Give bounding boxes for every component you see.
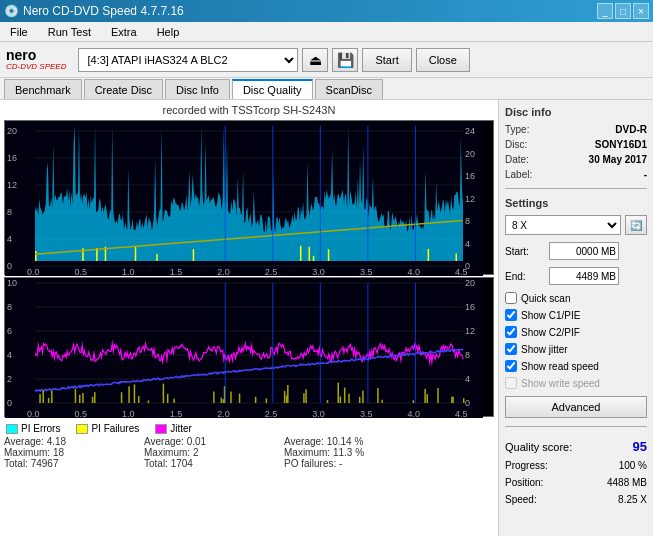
show-c1pie-checkbox[interactable] [505, 309, 517, 321]
pi-failures-total: Total: 1704 [144, 458, 274, 469]
jitter-label: Jitter [170, 423, 192, 434]
legend-jitter: Jitter [155, 423, 192, 434]
legend-pi-failures: PI Failures [76, 423, 139, 434]
start-button[interactable]: Start [362, 48, 411, 72]
position-row: Position: 4488 MB [505, 477, 647, 488]
disc-type-value: DVD-R [615, 124, 647, 135]
pi-failures-stats: Average: 0.01 Maximum: 2 Total: 1704 [144, 436, 274, 469]
start-row: Start: [505, 242, 647, 260]
tab-create-disc[interactable]: Create Disc [84, 79, 163, 99]
jitter-stats: Average: 10.14 % Maximum: 11.3 % PO fail… [284, 436, 414, 469]
speed-status-value: 8.25 X [618, 494, 647, 505]
speed-status-row: Speed: 8.25 X [505, 494, 647, 505]
menu-extra[interactable]: Extra [105, 24, 143, 40]
title-bar: 💿 Nero CD-DVD Speed 4.7.7.16 _ □ × [0, 0, 653, 22]
show-write-speed-row: Show write speed [505, 377, 647, 389]
po-failures: PO failures: - [284, 458, 414, 469]
progress-label: Progress: [505, 460, 548, 471]
show-c2pif-checkbox[interactable] [505, 326, 517, 338]
jitter-avg: Average: 10.14 % [284, 436, 414, 447]
show-jitter-checkbox[interactable] [505, 343, 517, 355]
tab-benchmark[interactable]: Benchmark [4, 79, 82, 99]
disc-disc-row: Disc: SONY16D1 [505, 139, 647, 150]
app-title: Nero CD-DVD Speed 4.7.7.16 [23, 4, 184, 18]
pi-errors-color [6, 424, 18, 434]
disc-label-row: Label: - [505, 169, 647, 180]
pi-errors-max: Maximum: 18 [4, 447, 134, 458]
speed-row: 8 X 🔄 [505, 215, 647, 235]
save-icon-button[interactable]: 💾 [332, 48, 358, 72]
progress-value: 100 % [619, 460, 647, 471]
show-c1pie-row: Show C1/PIE [505, 309, 647, 321]
eject-icon-button[interactable]: ⏏ [302, 48, 328, 72]
disc-type-label: Type: [505, 124, 529, 135]
jitter-color [155, 424, 167, 434]
show-write-speed-label: Show write speed [521, 378, 600, 389]
pi-failures-max: Maximum: 2 [144, 447, 274, 458]
speed-icon-button[interactable]: 🔄 [625, 215, 647, 235]
disc-type-row: Type: DVD-R [505, 124, 647, 135]
disc-date-label: Date: [505, 154, 529, 165]
show-c1pie-label: Show C1/PIE [521, 310, 580, 321]
speed-selector[interactable]: 8 X [505, 215, 621, 235]
title-bar-left: 💿 Nero CD-DVD Speed 4.7.7.16 [4, 4, 184, 18]
pi-failures-color [76, 424, 88, 434]
quality-score-label: Quality score: [505, 441, 572, 453]
end-input[interactable] [549, 267, 619, 285]
right-panel: Disc info Type: DVD-R Disc: SONY16D1 Dat… [498, 100, 653, 536]
bottom-chart [4, 277, 494, 417]
close-main-button[interactable]: Close [416, 48, 470, 72]
end-row: End: [505, 267, 647, 285]
show-write-speed-checkbox[interactable] [505, 377, 517, 389]
quick-scan-label: Quick scan [521, 293, 570, 304]
chart-area: recorded with TSSTcorp SH-S243N PI Error… [0, 100, 498, 536]
disc-disc-value: SONY16D1 [595, 139, 647, 150]
settings-title: Settings [505, 197, 647, 209]
start-input[interactable] [549, 242, 619, 260]
disc-label-label: Label: [505, 169, 532, 180]
maximize-button[interactable]: □ [615, 3, 631, 19]
pi-failures-label: PI Failures [91, 423, 139, 434]
speed-status-label: Speed: [505, 494, 537, 505]
show-read-speed-row: Show read speed [505, 360, 647, 372]
menu-help[interactable]: Help [151, 24, 186, 40]
show-read-speed-checkbox[interactable] [505, 360, 517, 372]
disc-label-value: - [644, 169, 647, 180]
tab-disc-info[interactable]: Disc Info [165, 79, 230, 99]
start-label: Start: [505, 246, 545, 257]
quality-score-value: 95 [633, 439, 647, 454]
top-chart [4, 120, 494, 275]
quality-row: Quality score: 95 [505, 439, 647, 454]
show-c2pif-label: Show C2/PIF [521, 327, 580, 338]
show-jitter-label: Show jitter [521, 344, 568, 355]
menu-run-test[interactable]: Run Test [42, 24, 97, 40]
disc-date-row: Date: 30 May 2017 [505, 154, 647, 165]
close-button[interactable]: × [633, 3, 649, 19]
chart-title: recorded with TSSTcorp SH-S243N [4, 104, 494, 116]
pi-errors-label: PI Errors [21, 423, 60, 434]
position-label: Position: [505, 477, 543, 488]
divider-1 [505, 188, 647, 189]
advanced-button[interactable]: Advanced [505, 396, 647, 418]
progress-row: Progress: 100 % [505, 460, 647, 471]
show-c2pif-row: Show C2/PIF [505, 326, 647, 338]
app-icon: 💿 [4, 4, 19, 18]
show-jitter-row: Show jitter [505, 343, 647, 355]
tab-bar: Benchmark Create Disc Disc Info Disc Qua… [0, 78, 653, 100]
minimize-button[interactable]: _ [597, 3, 613, 19]
drive-selector[interactable]: [4:3] ATAPI iHAS324 A BLC2 [78, 48, 298, 72]
pi-errors-total: Total: 74967 [4, 458, 134, 469]
divider-2 [505, 426, 647, 427]
quick-scan-row: Quick scan [505, 292, 647, 304]
nero-logo-text: nero [6, 48, 66, 62]
title-bar-controls[interactable]: _ □ × [597, 3, 649, 19]
jitter-max: Maximum: 11.3 % [284, 447, 414, 458]
legend-pi-errors: PI Errors [6, 423, 60, 434]
disc-date-value: 30 May 2017 [589, 154, 647, 165]
menu-file[interactable]: File [4, 24, 34, 40]
quick-scan-checkbox[interactable] [505, 292, 517, 304]
pi-failures-avg: Average: 0.01 [144, 436, 274, 447]
tab-scandisc[interactable]: ScanDisc [315, 79, 383, 99]
tab-disc-quality[interactable]: Disc Quality [232, 79, 313, 99]
toolbar: nero CD-DVD SPEED [4:3] ATAPI iHAS324 A … [0, 42, 653, 78]
